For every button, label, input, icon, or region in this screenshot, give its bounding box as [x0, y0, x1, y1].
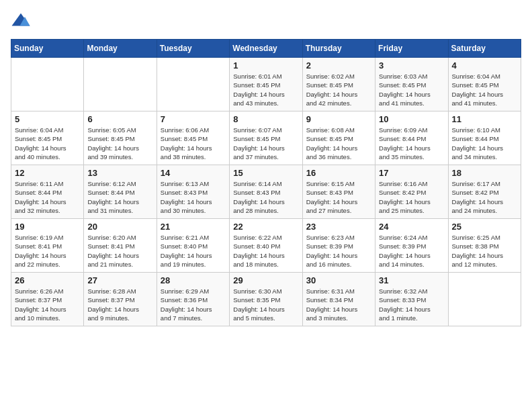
calendar-cell: 15Sunrise: 6:14 AM Sunset: 8:43 PM Dayli…	[230, 165, 302, 219]
calendar-cell	[11, 58, 84, 111]
calendar-cell: 26Sunrise: 6:26 AM Sunset: 8:37 PM Dayli…	[11, 273, 84, 326]
logo	[11, 11, 34, 31]
calendar-cell: 5Sunrise: 6:04 AM Sunset: 8:45 PM Daylig…	[11, 111, 84, 165]
day-number: 23	[306, 222, 371, 232]
day-number: 16	[306, 168, 371, 178]
day-number: 10	[379, 114, 444, 124]
day-number: 14	[161, 168, 226, 178]
day-info: Sunrise: 6:02 AM Sunset: 8:45 PM Dayligh…	[306, 72, 371, 107]
calendar-table: SundayMondayTuesdayWednesdayThursdayFrid…	[11, 39, 521, 326]
calendar-cell: 4Sunrise: 6:04 AM Sunset: 8:45 PM Daylig…	[448, 58, 521, 111]
day-info: Sunrise: 6:25 AM Sunset: 8:38 PM Dayligh…	[452, 233, 517, 269]
calendar-cell: 16Sunrise: 6:15 AM Sunset: 8:43 PM Dayli…	[302, 165, 375, 219]
day-number: 27	[87, 275, 152, 285]
day-number: 19	[15, 222, 80, 232]
calendar-cell: 8Sunrise: 6:07 AM Sunset: 8:45 PM Daylig…	[230, 111, 302, 165]
calendar-cell: 10Sunrise: 6:09 AM Sunset: 8:44 PM Dayli…	[375, 111, 448, 165]
calendar-cell: 24Sunrise: 6:24 AM Sunset: 8:39 PM Dayli…	[375, 219, 448, 273]
day-info: Sunrise: 6:32 AM Sunset: 8:33 PM Dayligh…	[379, 287, 444, 322]
calendar-cell: 30Sunrise: 6:31 AM Sunset: 8:34 PM Dayli…	[302, 273, 375, 326]
calendar-cell: 18Sunrise: 6:17 AM Sunset: 8:42 PM Dayli…	[448, 165, 521, 219]
day-number: 31	[379, 275, 444, 285]
calendar-cell: 25Sunrise: 6:25 AM Sunset: 8:38 PM Dayli…	[448, 219, 521, 273]
day-info: Sunrise: 6:07 AM Sunset: 8:45 PM Dayligh…	[233, 126, 298, 161]
day-info: Sunrise: 6:09 AM Sunset: 8:44 PM Dayligh…	[379, 126, 444, 161]
calendar-cell: 31Sunrise: 6:32 AM Sunset: 8:33 PM Dayli…	[375, 273, 448, 326]
calendar-week-1: 5Sunrise: 6:04 AM Sunset: 8:45 PM Daylig…	[11, 111, 521, 165]
day-number: 21	[161, 222, 226, 232]
day-info: Sunrise: 6:19 AM Sunset: 8:41 PM Dayligh…	[15, 233, 80, 269]
day-number: 4	[452, 60, 517, 71]
day-number: 5	[15, 114, 80, 124]
day-info: Sunrise: 6:10 AM Sunset: 8:44 PM Dayligh…	[452, 126, 517, 161]
header-monday: Monday	[84, 40, 157, 58]
calendar-cell: 2Sunrise: 6:02 AM Sunset: 8:45 PM Daylig…	[302, 58, 375, 111]
calendar-cell: 11Sunrise: 6:10 AM Sunset: 8:44 PM Dayli…	[448, 111, 521, 165]
day-number: 17	[379, 168, 444, 178]
calendar-cell: 19Sunrise: 6:19 AM Sunset: 8:41 PM Dayli…	[11, 219, 84, 273]
calendar-cell: 28Sunrise: 6:29 AM Sunset: 8:36 PM Dayli…	[157, 273, 229, 326]
calendar-cell: 6Sunrise: 6:05 AM Sunset: 8:45 PM Daylig…	[84, 111, 157, 165]
day-number: 29	[233, 275, 298, 285]
day-number: 8	[233, 114, 298, 124]
calendar-cell: 17Sunrise: 6:16 AM Sunset: 8:42 PM Dayli…	[375, 165, 448, 219]
calendar-cell: 9Sunrise: 6:08 AM Sunset: 8:45 PM Daylig…	[302, 111, 375, 165]
day-info: Sunrise: 6:04 AM Sunset: 8:45 PM Dayligh…	[15, 126, 80, 161]
header-sunday: Sunday	[11, 40, 84, 58]
day-info: Sunrise: 6:05 AM Sunset: 8:45 PM Dayligh…	[87, 126, 152, 161]
day-info: Sunrise: 6:28 AM Sunset: 8:37 PM Dayligh…	[87, 287, 152, 322]
day-info: Sunrise: 6:23 AM Sunset: 8:39 PM Dayligh…	[306, 233, 371, 269]
calendar-cell	[448, 273, 521, 326]
calendar-cell: 27Sunrise: 6:28 AM Sunset: 8:37 PM Dayli…	[84, 273, 157, 326]
header-saturday: Saturday	[448, 40, 521, 58]
day-info: Sunrise: 6:11 AM Sunset: 8:44 PM Dayligh…	[15, 179, 80, 215]
header-wednesday: Wednesday	[230, 40, 302, 58]
calendar-header-row: SundayMondayTuesdayWednesdayThursdayFrid…	[11, 40, 521, 58]
calendar-cell: 13Sunrise: 6:12 AM Sunset: 8:44 PM Dayli…	[84, 165, 157, 219]
calendar-cell: 20Sunrise: 6:20 AM Sunset: 8:41 PM Dayli…	[84, 219, 157, 273]
day-number: 18	[452, 168, 517, 178]
day-info: Sunrise: 6:22 AM Sunset: 8:40 PM Dayligh…	[233, 233, 298, 269]
day-info: Sunrise: 6:14 AM Sunset: 8:43 PM Dayligh…	[233, 179, 298, 215]
day-number: 13	[87, 168, 152, 178]
header-thursday: Thursday	[302, 40, 375, 58]
calendar-cell	[84, 58, 157, 111]
day-info: Sunrise: 6:20 AM Sunset: 8:41 PM Dayligh…	[87, 233, 152, 269]
calendar-cell: 3Sunrise: 6:03 AM Sunset: 8:45 PM Daylig…	[375, 58, 448, 111]
calendar-week-3: 19Sunrise: 6:19 AM Sunset: 8:41 PM Dayli…	[11, 219, 521, 273]
day-info: Sunrise: 6:08 AM Sunset: 8:45 PM Dayligh…	[306, 126, 371, 161]
day-info: Sunrise: 6:21 AM Sunset: 8:40 PM Dayligh…	[161, 233, 226, 269]
day-number: 9	[306, 114, 371, 124]
day-number: 26	[15, 275, 80, 285]
page-header	[11, 11, 521, 31]
calendar-cell: 21Sunrise: 6:21 AM Sunset: 8:40 PM Dayli…	[157, 219, 229, 273]
day-info: Sunrise: 6:06 AM Sunset: 8:45 PM Dayligh…	[161, 126, 226, 161]
calendar-cell: 7Sunrise: 6:06 AM Sunset: 8:45 PM Daylig…	[157, 111, 229, 165]
calendar-cell: 22Sunrise: 6:22 AM Sunset: 8:40 PM Dayli…	[230, 219, 302, 273]
day-number: 12	[15, 168, 80, 178]
day-info: Sunrise: 6:01 AM Sunset: 8:45 PM Dayligh…	[233, 72, 298, 107]
calendar-cell: 29Sunrise: 6:30 AM Sunset: 8:35 PM Dayli…	[230, 273, 302, 326]
day-info: Sunrise: 6:04 AM Sunset: 8:45 PM Dayligh…	[452, 72, 517, 107]
day-number: 28	[161, 275, 226, 285]
calendar-cell	[157, 58, 229, 111]
day-number: 22	[233, 222, 298, 232]
calendar-cell: 14Sunrise: 6:13 AM Sunset: 8:43 PM Dayli…	[157, 165, 229, 219]
day-info: Sunrise: 6:24 AM Sunset: 8:39 PM Dayligh…	[379, 233, 444, 269]
day-number: 11	[452, 114, 517, 124]
page-container: SundayMondayTuesdayWednesdayThursdayFrid…	[0, 0, 532, 333]
calendar-cell: 23Sunrise: 6:23 AM Sunset: 8:39 PM Dayli…	[302, 219, 375, 273]
day-info: Sunrise: 6:03 AM Sunset: 8:45 PM Dayligh…	[379, 72, 444, 107]
day-info: Sunrise: 6:12 AM Sunset: 8:44 PM Dayligh…	[87, 179, 152, 215]
day-number: 24	[379, 222, 444, 232]
calendar-week-4: 26Sunrise: 6:26 AM Sunset: 8:37 PM Dayli…	[11, 273, 521, 326]
logo-icon	[11, 11, 31, 31]
day-number: 1	[233, 60, 298, 71]
day-number: 7	[161, 114, 226, 124]
day-info: Sunrise: 6:30 AM Sunset: 8:35 PM Dayligh…	[233, 287, 298, 322]
day-info: Sunrise: 6:16 AM Sunset: 8:42 PM Dayligh…	[379, 179, 444, 215]
day-number: 2	[306, 60, 371, 71]
day-info: Sunrise: 6:17 AM Sunset: 8:42 PM Dayligh…	[452, 179, 517, 215]
header-friday: Friday	[375, 40, 448, 58]
calendar-cell: 12Sunrise: 6:11 AM Sunset: 8:44 PM Dayli…	[11, 165, 84, 219]
